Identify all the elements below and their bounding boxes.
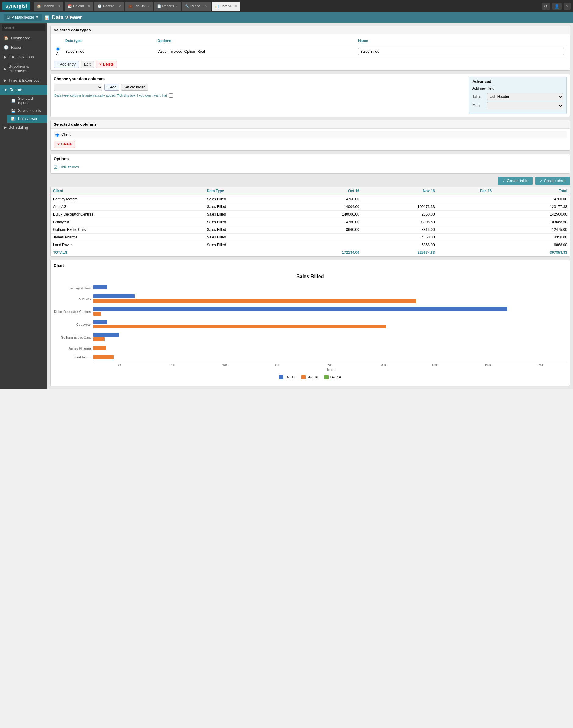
close-icon[interactable]: ✕ (205, 5, 208, 8)
field-select[interactable] (487, 102, 563, 109)
user-button[interactable]: 👤 (552, 3, 562, 10)
tab-dataviewer[interactable]: 📊 Data vi... ✕ (212, 2, 240, 11)
x-tick: 20k (146, 362, 199, 367)
sidebar-item-suppliers[interactable]: ▶ Suppliers & Purchases (0, 62, 47, 76)
tab-job687[interactable]: 💼 Job 687 ✕ (125, 2, 152, 11)
close-icon[interactable]: ✕ (147, 5, 150, 8)
tab-reports[interactable]: 📄 Reports ✕ (154, 2, 181, 11)
data-types-table: Data type Options Name A Sales Billed (54, 37, 567, 58)
no-datatype-checkbox[interactable] (169, 93, 173, 98)
cell-client: Audi AG (51, 203, 205, 211)
chart-legend: Oct 16 Nov 16 Dec 16 (54, 375, 567, 379)
options-title: Options (54, 156, 567, 161)
cell-total: 103668.50 (494, 219, 570, 226)
col-select-header (54, 37, 63, 45)
tab-icon: 🔧 (185, 4, 189, 8)
totals-row: TOTALS 172184.00 225674.83 397858.83 (51, 249, 570, 256)
bar-label: Land Rover (54, 355, 93, 359)
cell-nov16: 4350.00 (362, 234, 437, 241)
cell-dec16 (437, 234, 494, 241)
close-icon[interactable]: ✕ (118, 5, 121, 8)
bar-nov (93, 299, 416, 303)
bars-group (93, 332, 567, 343)
tab-dashboard[interactable]: 🏠 Dashbo... ✕ (34, 2, 63, 11)
cell-oct16: 8660.00 (286, 226, 362, 234)
cross-tab-button[interactable]: Set cross-tab (121, 84, 148, 91)
close-icon[interactable]: ✕ (88, 5, 90, 8)
sidebar-item-reports[interactable]: ▼ Reports (0, 85, 47, 95)
close-icon[interactable]: ✕ (58, 5, 60, 8)
bar-row: Dulux Decorator Centres (54, 306, 567, 318)
tab-recent[interactable]: 🕐 Recent ... ✕ (95, 2, 124, 11)
row-radio[interactable] (56, 47, 60, 51)
close-icon[interactable]: ✕ (175, 5, 178, 8)
x-tick: 140k (461, 362, 514, 367)
selected-data-types-panel: Selected data types Data type Options Na… (50, 26, 570, 71)
table-row: A Sales Billed Value=Invoiced, Option=Re… (54, 45, 567, 58)
data-columns-panel: Choose your data columns + Add Set cross… (50, 74, 570, 117)
col-radio[interactable] (55, 133, 59, 137)
cell-datatype: Sales Billed (205, 234, 286, 241)
chevron-right-icon: ▶ (4, 66, 7, 71)
page-icon: 📊 (45, 15, 49, 20)
chart-title: Sales Billed (54, 274, 567, 279)
results-table: Client Data Type Oct 16 Nov 16 Dec 16 To… (51, 187, 570, 256)
bar-label: Bentley Motors (54, 286, 93, 290)
sidebar-item-time-expenses[interactable]: ▶ Time & Expenses (0, 76, 47, 85)
bars-group (93, 284, 567, 292)
sidebar-item-clients-jobs[interactable]: ▶ Clients & Jobs (0, 52, 47, 62)
sidebar-item-recent[interactable]: 🕐 Recent (0, 43, 47, 52)
tab-refine[interactable]: 🔧 Refine ... ✕ (182, 2, 211, 11)
add-column-button[interactable]: + Add (104, 84, 119, 91)
bar-chart: Bentley MotorsAudi AGDulux Decorator Cen… (54, 284, 567, 372)
cell-oct16: 140000.00 (286, 211, 362, 219)
cell-datatype: Sales Billed (205, 195, 286, 203)
top-bar: synergist 🏠 Dashbo... ✕ 📅 Calend... ✕ 🕐 … (0, 0, 573, 12)
selected-columns-header: Selected data columns (51, 120, 570, 129)
col-options-header: Options (155, 37, 356, 45)
cell-nov16: 2560.00 (362, 211, 437, 219)
tab-calendar[interactable]: 📅 Calend... ✕ (65, 2, 93, 11)
create-table-button[interactable]: ✓ Create table (498, 177, 532, 185)
sidebar-item-data-viewer[interactable]: 📊 Data viewer (7, 115, 47, 123)
cell-datatype: Sales Billed (205, 226, 286, 234)
totals-total: 397858.83 (494, 249, 570, 256)
cell-datatype: Sales Billed (205, 211, 286, 219)
data-types-buttons: + Add entry Edit ✕ Delete (54, 61, 567, 68)
cell-dec16 (437, 211, 494, 219)
delete-button[interactable]: ✕ Delete (96, 61, 117, 68)
edit-button[interactable]: Edit (81, 61, 94, 68)
sidebar-item-scheduling[interactable]: ▶ Scheduling (0, 123, 47, 132)
delete-col-button[interactable]: ✕ Delete (54, 141, 75, 148)
bar-oct (93, 320, 107, 324)
company-selector[interactable]: CFP Manchester ▼ (4, 14, 42, 21)
help-button[interactable]: ? (564, 3, 571, 10)
cell-nov16 (362, 195, 437, 203)
close-icon[interactable]: ✕ (235, 5, 237, 8)
legend-color (279, 375, 283, 379)
add-new-field-label: Add new field (472, 86, 563, 91)
cell-nov16: 109173.33 (362, 203, 437, 211)
main-layout: 🔍 🏠 Dashboard 🕐 Recent ▶ Clients & Jobs … (0, 22, 573, 389)
search-input[interactable] (4, 26, 49, 30)
column-select[interactable] (54, 84, 102, 91)
standard-reports-icon: 📄 (11, 99, 15, 103)
row-radio-cell: A (54, 45, 63, 58)
bars-group (93, 344, 567, 352)
tab-icon: 📄 (157, 4, 161, 8)
row-name (356, 45, 567, 58)
sidebar-item-standard-reports[interactable]: 📄 Standard reports (7, 95, 47, 107)
sidebar-item-dashboard[interactable]: 🏠 Dashboard (0, 33, 47, 43)
sidebar-item-saved-reports[interactable]: 💾 Saved reports (7, 107, 47, 115)
bar-label: Dulux Decorator Centres (54, 310, 93, 313)
top-right-controls: ⚙ 👤 ? (541, 3, 571, 10)
create-chart-button[interactable]: ✓ Create chart (535, 177, 570, 185)
selected-columns-panel: Selected data columns Client ✕ Delete (50, 120, 570, 151)
add-entry-button[interactable]: + Add entry (54, 61, 79, 68)
table-select[interactable]: Job Header Job Line Client Contact (487, 93, 563, 100)
table-row: Land Rover Sales Billed 6868.00 6868.00 (51, 241, 570, 249)
cell-nov16: 6868.00 (362, 241, 437, 249)
bar-row: Bentley Motors (54, 284, 567, 292)
name-input[interactable] (358, 48, 564, 55)
settings-button[interactable]: ⚙ (541, 3, 550, 10)
